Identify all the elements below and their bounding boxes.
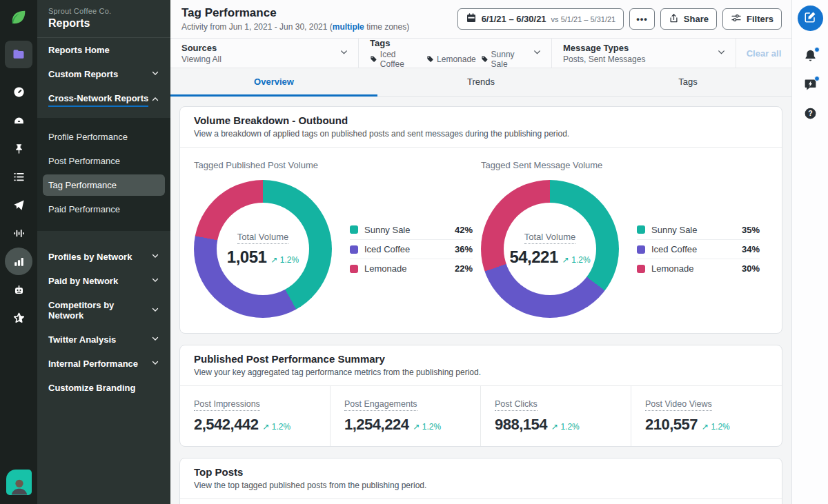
legend-item[interactable]: Sunny Sale 35% bbox=[637, 220, 760, 239]
sidebar-item-profile-performance[interactable]: Profile Performance bbox=[37, 125, 170, 149]
tags-filter[interactable]: Tags Iced Coffee Lemonade Sunny Sale bbox=[359, 39, 552, 68]
help-button[interactable]: ? bbox=[800, 104, 820, 125]
sidebar-item-custom-reports[interactable]: Custom Reports bbox=[37, 62, 170, 86]
icon-rail bbox=[0, 0, 37, 504]
card-description: View the top tagged published posts from… bbox=[194, 481, 768, 490]
card-title: Published Post Performance Summary bbox=[194, 353, 768, 365]
sidebar-item-paid-by-network[interactable]: Paid by Network bbox=[37, 269, 170, 293]
chevron-down-icon bbox=[151, 359, 159, 369]
trend-up-icon: ↗ bbox=[413, 422, 420, 432]
sidebar-item-customize-branding[interactable]: Customize Branding bbox=[37, 376, 170, 400]
card-description: View your key aggregated tag performance… bbox=[194, 367, 768, 377]
sidebar-item-internal-performance[interactable]: Internal Performance bbox=[37, 352, 170, 376]
robot-icon[interactable] bbox=[5, 276, 32, 303]
trend-indicator: ↗ 1.2% bbox=[262, 422, 290, 432]
svg-text:?: ? bbox=[808, 109, 812, 117]
sprout-logo-icon[interactable] bbox=[9, 8, 28, 30]
chevron-down-icon bbox=[717, 47, 726, 59]
tab-trends[interactable]: Trends bbox=[377, 68, 584, 97]
compose-icon bbox=[804, 11, 816, 26]
sidebar-item-reports-home[interactable]: Reports Home bbox=[37, 38, 170, 62]
trend-up-icon: ↗ bbox=[702, 422, 709, 432]
metric-post-video-views: Post Video Views 210,557 ↗ 1.2% bbox=[631, 386, 782, 446]
sources-filter[interactable]: Sources Viewing All bbox=[170, 39, 359, 68]
share-icon bbox=[669, 13, 679, 26]
trend-up-icon: ↗ bbox=[562, 255, 569, 265]
chart-title: Tagged Sent Message Volume bbox=[481, 160, 768, 170]
tab-bar: Overview Trends Tags bbox=[170, 68, 791, 97]
tab-tags[interactable]: Tags bbox=[584, 68, 791, 97]
metric-post-clicks: Post Clicks 988,154 ↗ 1.2% bbox=[481, 386, 631, 446]
metric-post-impressions: Post Impressions 2,542,442 ↗ 1.2% bbox=[180, 386, 331, 446]
page-title: Tag Performance bbox=[181, 6, 409, 20]
sidebar-item-competitors-by-network[interactable]: Competitors by Network bbox=[37, 293, 170, 327]
legend-item[interactable]: Lemonade 30% bbox=[637, 259, 760, 278]
user-avatar[interactable] bbox=[6, 470, 32, 495]
bar-chart-icon[interactable] bbox=[5, 248, 32, 275]
sidebar-header: Sprout Coffee Co. Reports bbox=[37, 0, 170, 38]
filters-icon bbox=[731, 12, 742, 26]
total-volume-value: 54,221 bbox=[509, 248, 558, 267]
legend-swatch bbox=[637, 245, 645, 254]
donut-chart-sent-messages[interactable]: Total Volume 54,221 ↗ 1.2% bbox=[481, 180, 619, 318]
total-volume-label: Total Volume bbox=[237, 232, 288, 244]
sidebar-title: Reports bbox=[48, 17, 159, 30]
post-performance-summary-card: Published Post Performance Summary View … bbox=[179, 345, 782, 447]
message-types-value: Posts, Sent Messages bbox=[563, 54, 645, 64]
app-window: Sprout Coffee Co. Reports Reports Home C… bbox=[0, 0, 828, 504]
clear-all-button[interactable]: Clear all bbox=[736, 39, 791, 68]
notification-badge bbox=[814, 47, 820, 52]
sidebar-item-profiles-by-network[interactable]: Profiles by Network bbox=[37, 245, 170, 269]
whats-new-button[interactable] bbox=[800, 75, 820, 96]
pin-icon[interactable] bbox=[5, 134, 32, 162]
inbox-icon[interactable] bbox=[5, 106, 32, 134]
paper-plane-icon[interactable] bbox=[5, 191, 32, 219]
compose-button[interactable] bbox=[798, 6, 823, 31]
tag-chip: Lemonade bbox=[437, 54, 476, 64]
legend-item[interactable]: Sunny Sale 42% bbox=[350, 220, 473, 239]
card-description: View a breakdown of applied tags on publ… bbox=[194, 129, 768, 139]
multiple-timezones-link[interactable]: multiple bbox=[333, 22, 364, 32]
page-subtitle: Activity from Jun 1, 2021 - Jun 30, 2021… bbox=[181, 22, 409, 32]
sidebar-item-paid-performance[interactable]: Paid Performance bbox=[37, 197, 170, 221]
top-posts-card: Top Posts View the top tagged published … bbox=[179, 458, 782, 504]
legend-item[interactable]: Lemonade 22% bbox=[350, 259, 473, 278]
sidebar-item-twitter-analysis[interactable]: Twitter Analysis bbox=[37, 327, 170, 352]
share-button[interactable]: Share bbox=[660, 8, 717, 30]
company-name: Sprout Coffee Co. bbox=[48, 7, 159, 15]
gauge-icon[interactable] bbox=[5, 78, 32, 105]
sidebar-lower: Profiles by Network Paid by Network Comp… bbox=[37, 231, 170, 400]
trend-up-icon: ↗ bbox=[551, 422, 558, 432]
total-volume-label: Total Volume bbox=[524, 232, 575, 244]
notifications-button[interactable] bbox=[800, 46, 820, 67]
date-range-button[interactable]: 6/1/21 – 6/30/21 vs 5/1/21 – 5/31/21 bbox=[457, 8, 624, 30]
filter-bar: Sources Viewing All Tags Iced Coffee Lem… bbox=[170, 38, 791, 68]
more-options-button[interactable]: ••• bbox=[629, 8, 655, 30]
message-types-filter[interactable]: Message Types Posts, Sent Messages bbox=[552, 39, 736, 68]
donut-chart-published-posts[interactable]: Total Volume 1,051 ↗ 1.2% bbox=[194, 180, 332, 318]
chart-legend: Sunny Sale 42% Iced Coffee 36% bbox=[350, 220, 473, 278]
sidebar-item-tag-performance[interactable]: Tag Performance bbox=[43, 174, 165, 196]
card-title: Volume Breakdown - Outbound bbox=[194, 114, 768, 126]
sidebar-item-cross-network-reports[interactable]: Cross-Network Reports bbox=[37, 86, 170, 114]
metrics-row: Post Impressions 2,542,442 ↗ 1.2% Post E… bbox=[180, 386, 782, 446]
right-rail: ? bbox=[791, 0, 828, 504]
calendar-icon bbox=[466, 12, 477, 26]
tab-overview[interactable]: Overview bbox=[170, 68, 377, 97]
main-panel: Tag Performance Activity from Jun 1, 202… bbox=[170, 0, 791, 504]
legend-item[interactable]: Iced Coffee 34% bbox=[637, 239, 760, 259]
feed-list-icon[interactable] bbox=[5, 163, 32, 190]
date-compare-label: vs 5/1/21 – 5/31/21 bbox=[551, 15, 616, 23]
trend-indicator: ↗ 1.2% bbox=[562, 255, 591, 265]
waveform-icon[interactable] bbox=[5, 219, 32, 247]
published-post-volume-chart: Tagged Published Post Volume Total Volum… bbox=[194, 160, 481, 318]
sources-label: Sources bbox=[181, 43, 221, 53]
filters-button[interactable]: Filters bbox=[722, 8, 782, 30]
help-icon: ? bbox=[803, 106, 818, 123]
sidebar-item-post-performance[interactable]: Post Performance bbox=[37, 149, 170, 173]
folder-icon[interactable] bbox=[5, 41, 32, 68]
chevron-up-icon bbox=[151, 95, 159, 105]
legend-item[interactable]: Iced Coffee 36% bbox=[350, 239, 473, 259]
star-icon[interactable] bbox=[5, 304, 32, 332]
legend-swatch bbox=[350, 245, 358, 254]
